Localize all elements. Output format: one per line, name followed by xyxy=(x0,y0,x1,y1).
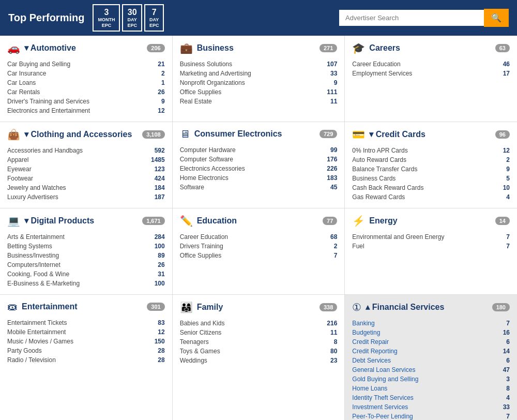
list-item[interactable]: Toys & Games80 xyxy=(180,347,338,356)
list-item[interactable]: Weddings23 xyxy=(180,356,338,365)
subcategory-name: Identity Theft Services xyxy=(352,394,414,401)
search-button[interactable]: 🔍 xyxy=(484,9,509,27)
subcategory-list-consumer-electronics: Computer Hardware99Computer Software176E… xyxy=(180,145,338,192)
list-item[interactable]: Business Solutions107 xyxy=(180,59,338,69)
list-item[interactable]: Business Cards5 xyxy=(352,174,510,183)
list-item[interactable]: Environmental and Green Energy7 xyxy=(352,232,510,242)
list-item[interactable]: Peer-To-Peer Lending7 xyxy=(352,412,510,420)
list-item[interactable]: Betting Systems100 xyxy=(7,242,165,251)
list-item[interactable]: Computer Software176 xyxy=(180,155,338,164)
header: Top Performing 3 MONTHEPC 30 DAYEPC 7 DA… xyxy=(0,0,517,36)
category-title-education[interactable]: Education xyxy=(197,216,318,226)
category-title-credit-cards[interactable]: ▾ Credit Cards xyxy=(369,129,491,139)
list-item[interactable]: General Loan Services47 xyxy=(352,365,510,374)
epc-30day-button[interactable]: 30 DAYEPC xyxy=(122,4,142,32)
list-item[interactable]: Car Insurance2 xyxy=(7,69,165,78)
list-item[interactable]: Computers/Internet26 xyxy=(7,260,165,269)
list-item[interactable]: Mobile Entertainment12 xyxy=(7,327,165,337)
category-title-digital-products[interactable]: ▾ Digital Products xyxy=(24,216,138,226)
subcategory-name: Apparel xyxy=(7,156,28,163)
subcategory-name: Cooking, Food & Wine xyxy=(7,271,69,278)
list-item[interactable]: E-Business & E-Marketing100 xyxy=(7,279,165,288)
subcategory-name: Mobile Entertainment xyxy=(7,328,66,336)
list-item[interactable]: Eyewear123 xyxy=(7,164,165,174)
list-item[interactable]: Car Rentals26 xyxy=(7,87,165,97)
list-item[interactable]: Cooking, Food & Wine31 xyxy=(7,269,165,279)
list-item[interactable]: Entertainment Tickets83 xyxy=(7,318,165,327)
subcategory-name: Electronics Accessories xyxy=(180,165,245,172)
list-item[interactable]: Apparel1485 xyxy=(7,155,165,164)
list-item[interactable]: Gold Buying and Selling3 xyxy=(352,374,510,384)
category-block-credit-cards: 💳▾ Credit Cards960% Intro APR Cards12Aut… xyxy=(345,122,517,208)
list-item[interactable]: Fuel7 xyxy=(352,242,510,251)
subcategory-count: 8 xyxy=(334,338,338,346)
category-header-careers: 🎓Careers63 xyxy=(352,42,510,54)
category-title-entertainment[interactable]: Entertainment xyxy=(22,302,143,311)
list-item[interactable]: Budgeting16 xyxy=(352,328,510,337)
list-item[interactable]: Marketing and Advertising33 xyxy=(180,69,338,78)
category-title-consumer-electronics[interactable]: Consumer Electronics xyxy=(194,129,315,139)
list-item[interactable]: Home Electronics183 xyxy=(180,173,338,183)
list-item[interactable]: Arts & Entertainment284 xyxy=(7,232,165,242)
list-item[interactable]: Music / Movies / Games150 xyxy=(7,337,165,346)
list-item[interactable]: Identity Theft Services4 xyxy=(352,393,510,402)
list-item[interactable]: Auto Reward Cards2 xyxy=(352,155,510,164)
list-item[interactable]: Teenagers8 xyxy=(180,337,338,347)
subcategory-name: Software xyxy=(180,184,204,191)
category-title-financial-services[interactable]: ▴ Financial Services xyxy=(366,302,488,312)
epc-7day-button[interactable]: 7 DAYEPC xyxy=(144,4,164,32)
category-title-clothing[interactable]: ▾ Clothing and Accessories xyxy=(24,129,138,139)
list-item[interactable]: Home Loans8 xyxy=(352,384,510,393)
list-item[interactable]: Accessories and Handbags592 xyxy=(7,146,165,155)
category-count-careers: 63 xyxy=(495,44,510,52)
list-item[interactable]: Electronics and Entertainment12 xyxy=(7,106,165,115)
subcategory-count: 23 xyxy=(330,357,337,364)
list-item[interactable]: Banking7 xyxy=(352,319,510,328)
list-item[interactable]: Radio / Television28 xyxy=(7,355,165,365)
subcategory-name: Auto Reward Cards xyxy=(352,156,406,163)
category-header-consumer-electronics: 🖥Consumer Electronics729 xyxy=(180,128,338,140)
list-item[interactable]: Driver's Training and Services9 xyxy=(7,97,165,106)
category-title-automotive[interactable]: ▾ Automotive xyxy=(24,43,143,53)
category-title-energy[interactable]: Energy xyxy=(369,216,491,226)
epc-3month-button[interactable]: 3 MONTHEPC xyxy=(93,4,120,32)
list-item[interactable]: Debt Services6 xyxy=(352,356,510,365)
category-title-careers[interactable]: Careers xyxy=(369,43,491,53)
list-item[interactable]: Car Buying and Selling21 xyxy=(7,59,165,69)
list-item[interactable]: Credit Repair6 xyxy=(352,337,510,347)
list-item[interactable]: 0% Intro APR Cards12 xyxy=(352,146,510,155)
list-item[interactable]: Employment Services17 xyxy=(352,69,510,78)
list-item[interactable]: Investment Services33 xyxy=(352,402,510,412)
list-item[interactable]: Luxury Advertisers187 xyxy=(7,192,165,202)
list-item[interactable]: Nonprofit Organizations9 xyxy=(180,78,338,87)
list-item[interactable]: Jewelry and Watches184 xyxy=(7,183,165,192)
list-item[interactable]: Computer Hardware99 xyxy=(180,145,338,155)
subcategory-count: 100 xyxy=(155,243,165,250)
list-item[interactable]: Electronics Accessories226 xyxy=(180,164,338,173)
search-input[interactable] xyxy=(339,10,484,26)
subcategory-count: 284 xyxy=(155,233,165,241)
list-item[interactable]: Software45 xyxy=(180,183,338,192)
list-item[interactable]: Cash Back Reward Cards10 xyxy=(352,183,510,192)
list-item[interactable]: Office Supplies7 xyxy=(180,251,338,260)
list-item[interactable]: Car Loans1 xyxy=(7,78,165,87)
list-item[interactable]: Footwear424 xyxy=(7,174,165,183)
list-item[interactable]: Office Supplies111 xyxy=(180,87,338,97)
list-item[interactable]: Balance Transfer Cards9 xyxy=(352,164,510,174)
list-item[interactable]: Career Education46 xyxy=(352,59,510,69)
list-item[interactable]: Credit Reporting14 xyxy=(352,347,510,356)
category-title-business[interactable]: Business xyxy=(197,43,315,53)
list-item[interactable]: Drivers Training2 xyxy=(180,242,338,251)
list-item[interactable]: Business/Investing89 xyxy=(7,251,165,260)
list-item[interactable]: Babies and Kids216 xyxy=(180,319,338,328)
epc-buttons: 3 MONTHEPC 30 DAYEPC 7 DAYEPC xyxy=(93,4,164,32)
subcategory-count: 26 xyxy=(158,88,164,96)
list-item[interactable]: Party Goods28 xyxy=(7,346,165,355)
careers-icon: 🎓 xyxy=(352,42,365,54)
list-item[interactable]: Career Education68 xyxy=(180,232,338,242)
subcategory-count: 8 xyxy=(506,385,510,392)
category-title-family[interactable]: Family xyxy=(197,303,315,312)
list-item[interactable]: Real Estate11 xyxy=(180,97,338,106)
list-item[interactable]: Senior Citizens11 xyxy=(180,328,338,337)
list-item[interactable]: Gas Reward Cards4 xyxy=(352,192,510,202)
